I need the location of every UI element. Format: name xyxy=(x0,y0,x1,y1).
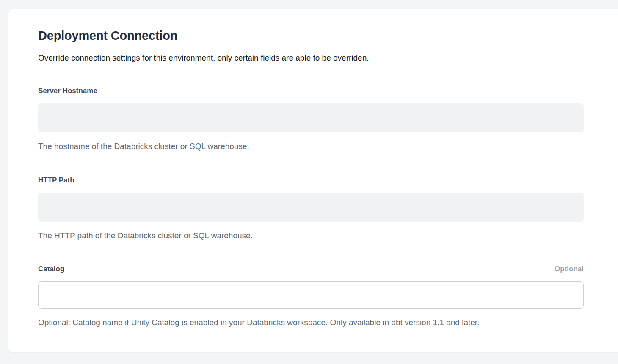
server-hostname-label: Server Hostname xyxy=(38,86,97,96)
http-path-input xyxy=(38,193,584,222)
catalog-optional-badge: Optional xyxy=(555,265,584,274)
deployment-connection-card: Deployment Connection Override connectio… xyxy=(8,9,618,353)
catalog-input[interactable] xyxy=(38,281,584,309)
http-path-helper: The HTTP path of the Databricks cluster … xyxy=(38,230,584,241)
http-path-label: HTTP Path xyxy=(38,176,74,185)
field-server-hostname: Server Hostname The hostname of the Data… xyxy=(38,86,584,152)
field-catalog: Catalog Optional Optional: Catalog name … xyxy=(38,265,584,328)
card-content: Deployment Connection Override connectio… xyxy=(8,9,584,328)
catalog-helper: Optional: Catalog name if Unity Catalog … xyxy=(38,317,584,328)
catalog-label: Catalog xyxy=(38,265,64,274)
page-title: Deployment Connection xyxy=(38,28,584,43)
page-subtitle: Override connection settings for this en… xyxy=(38,52,584,63)
server-hostname-helper: The hostname of the Databricks cluster o… xyxy=(38,141,584,152)
server-hostname-input xyxy=(38,103,584,132)
field-http-path: HTTP Path The HTTP path of the Databrick… xyxy=(38,176,584,241)
